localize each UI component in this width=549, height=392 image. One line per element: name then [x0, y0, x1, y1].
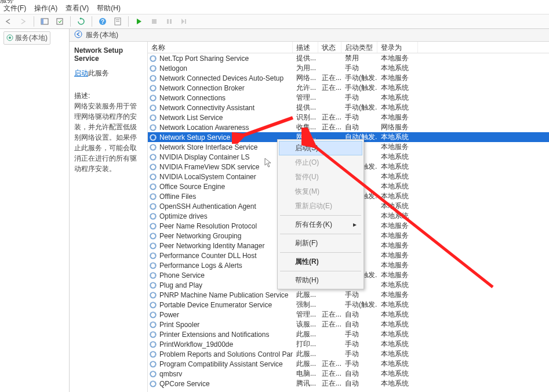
service-desc: 此服...	[293, 329, 318, 339]
service-icon	[149, 370, 157, 378]
service-logon: 本地系统	[377, 132, 418, 142]
context-menu-item[interactable]: 帮助(H)	[279, 273, 362, 288]
service-row[interactable]: Power管理...正在...自动本地系统	[148, 310, 549, 320]
col-logon[interactable]: 登录为	[377, 42, 418, 53]
back-arrow-icon[interactable]	[74, 30, 82, 40]
context-menu-item[interactable]: 启动(S)	[279, 141, 362, 155]
context-menu: 启动(S)停止(O)暂停(U)恢复(M)重新启动(E)所有任务(K)▸刷新(F)…	[277, 139, 364, 289]
service-name: Performance Counter DLL Host	[159, 252, 257, 260]
service-name: Network Connections	[159, 94, 226, 102]
service-logon: 本地服务	[377, 73, 418, 83]
service-logon: 本地系统	[377, 83, 418, 93]
service-icon	[149, 114, 157, 122]
service-logon: 本地系统	[377, 103, 418, 112]
service-state: 正在...	[318, 369, 341, 379]
service-state: 正在...	[318, 73, 341, 83]
svg-rect-8	[152, 19, 157, 24]
menu-view[interactable]: 查看(V)	[66, 3, 89, 13]
service-icon	[149, 84, 157, 92]
service-name: Power	[159, 311, 179, 319]
service-row[interactable]: Net.Tcp Port Sharing Service提供...禁用本地服务	[148, 53, 549, 63]
service-start: 手动(触发...	[341, 73, 377, 83]
service-desc: 该服...	[293, 320, 318, 329]
service-row[interactable]: Problem Reports and Solutions Control Pa…	[148, 349, 549, 359]
service-row[interactable]: Netlogon为用...手动本地系统	[148, 63, 549, 73]
service-desc: 提供...	[293, 103, 318, 112]
service-row[interactable]: QPCore Service腾讯...正在...自动本地系统	[148, 379, 549, 389]
selected-service-name: Network Setup Service	[74, 46, 143, 63]
col-desc[interactable]: 描述	[293, 42, 318, 53]
service-state: 正在...	[318, 379, 341, 389]
help-button[interactable]: ?	[97, 16, 108, 27]
service-icon	[149, 193, 157, 201]
service-row[interactable]: Network Connected Devices Auto-Setup网络..…	[148, 73, 549, 83]
restart-service-button[interactable]	[179, 16, 190, 27]
service-row[interactable]: Network Connection Broker允许...正在...手动(触发…	[148, 83, 549, 93]
service-icon	[149, 153, 157, 161]
service-name: Network Location Awareness	[159, 124, 249, 132]
service-icon	[149, 183, 157, 191]
service-row[interactable]: Network Location Awareness收集...正在...自动网络…	[148, 122, 549, 132]
col-name[interactable]: 名称	[148, 42, 293, 53]
service-row[interactable]: Network Connections管理...手动本地系统	[148, 93, 549, 103]
service-icon	[149, 380, 157, 388]
context-menu-item[interactable]: 属性(R)	[279, 255, 362, 269]
service-desc: 管理...	[293, 310, 318, 320]
detail-pane: Network Setup Service 启动此服务 描述: 网络安装服务用于…	[70, 42, 148, 392]
service-desc: 此服...	[293, 359, 318, 369]
service-icon	[149, 321, 157, 329]
gear-icon	[6, 34, 13, 41]
start-service-button[interactable]	[133, 16, 145, 27]
service-icon	[149, 360, 157, 368]
description-label: 描述:	[74, 91, 143, 101]
menubar: 文件(F) 操作(A) 查看(V) 帮助(H)	[0, 2, 549, 14]
description-text: 网络安装服务用于管理网络驱动程序的安装，并允许配置低级别网络设置。如果停止此服务…	[74, 101, 143, 174]
context-menu-item[interactable]: 刷新(F)	[279, 236, 362, 251]
stop-service-button[interactable]	[148, 16, 160, 27]
tree-root-services[interactable]: 服务(本地)	[3, 31, 50, 45]
refresh-button[interactable]	[75, 16, 87, 27]
service-start: 自动	[341, 369, 377, 379]
service-row[interactable]: PNRP Machine Name Publication Service此服.…	[148, 290, 549, 300]
start-service-link[interactable]: 启动此服务	[74, 68, 143, 78]
svg-rect-1	[41, 19, 43, 24]
service-row[interactable]: Network List Service识别...正在...手动本地服务	[148, 112, 549, 122]
service-row[interactable]: PrintWorkflow_19d00de打印...手动本地系统	[148, 339, 549, 349]
menu-help[interactable]: 帮助(H)	[97, 3, 121, 13]
service-row[interactable]: Program Compatibility Assistant Service此…	[148, 359, 549, 369]
service-row[interactable]: Print Spooler该服...正在...自动本地系统	[148, 320, 549, 329]
service-start: 自动	[341, 310, 377, 320]
service-row[interactable]: Portable Device Enumerator Service强制...手…	[148, 300, 549, 310]
service-logon: 本地服务	[377, 260, 418, 270]
pause-service-button[interactable]	[163, 16, 175, 27]
service-icon	[149, 94, 157, 102]
service-icon	[149, 104, 157, 112]
submenu-arrow-icon: ▸	[353, 220, 357, 228]
menu-file[interactable]: 文件(F)	[3, 3, 26, 13]
service-icon	[149, 133, 157, 141]
col-start[interactable]: 启动类型	[341, 42, 377, 53]
service-row[interactable]: qmbsrv电脑...正在...自动本地系统	[148, 369, 549, 379]
forward-button[interactable]	[17, 16, 29, 27]
service-name: Network Connected Devices Auto-Setup	[159, 74, 283, 82]
service-logon: 本地系统	[377, 359, 418, 369]
service-desc: 强制...	[293, 300, 318, 310]
menu-action[interactable]: 操作(A)	[34, 3, 57, 13]
service-logon: 本地系统	[377, 369, 418, 379]
service-name: Performance Logs & Alerts	[159, 262, 242, 270]
service-row[interactable]: Printer Extensions and Notifications此服..…	[148, 329, 549, 339]
properties-button[interactable]	[112, 16, 123, 27]
service-logon: 本地服务	[377, 290, 418, 300]
context-menu-item[interactable]: 所有任务(K)▸	[279, 217, 362, 232]
service-logon: 本地系统	[377, 191, 418, 201]
service-name: Plug and Play	[159, 281, 202, 289]
show-hide-button[interactable]	[39, 16, 50, 27]
export-button[interactable]	[54, 16, 66, 27]
service-desc: 提供...	[293, 53, 318, 63]
service-desc: 收集...	[293, 122, 318, 132]
back-button[interactable]	[2, 16, 14, 27]
col-state[interactable]: 状态	[318, 42, 341, 53]
service-row[interactable]: Network Connectivity Assistant提供...手动(触发…	[148, 103, 549, 112]
column-headers: 名称 描述 状态 启动类型 登录为	[148, 42, 549, 53]
service-name: PrintWorkflow_19d00de	[159, 340, 233, 349]
